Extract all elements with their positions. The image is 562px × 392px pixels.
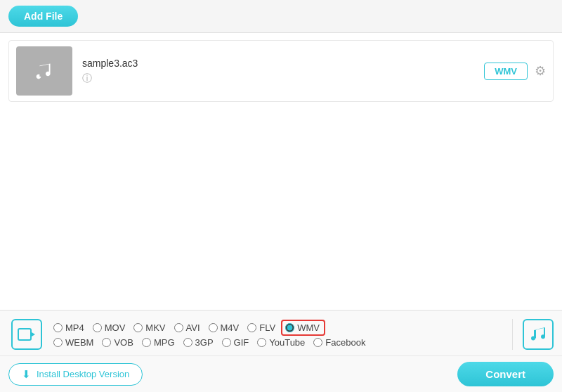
file-actions: WMV ⚙ bbox=[484, 63, 546, 80]
add-file-button[interactable]: Add File bbox=[8, 6, 78, 27]
install-desktop-button[interactable]: ⬇ Install Desktop Version bbox=[8, 363, 143, 386]
format-option-mp4[interactable]: MP4 bbox=[51, 321, 90, 334]
format-option-m4v[interactable]: M4V bbox=[206, 321, 245, 334]
format-label-flv[interactable]: FLV bbox=[259, 322, 275, 333]
install-label: Install Desktop Version bbox=[37, 369, 129, 379]
format-option-mov[interactable]: MOV bbox=[90, 321, 131, 334]
toolbar: Add File bbox=[0, 0, 562, 33]
video-format-icon-area[interactable] bbox=[8, 316, 45, 353]
format-option-youtube[interactable]: YouTube bbox=[254, 336, 311, 349]
file-name: sample3.ac3 bbox=[82, 58, 484, 69]
format-label-avi[interactable]: AVI bbox=[186, 322, 200, 333]
settings-icon[interactable]: ⚙ bbox=[535, 63, 546, 79]
video-icon bbox=[11, 319, 42, 350]
convert-button[interactable]: Convert bbox=[457, 362, 554, 386]
format-option-facebook[interactable]: Facebook bbox=[311, 336, 371, 349]
info-icon[interactable]: ⓘ bbox=[82, 72, 92, 84]
format-label-vob[interactable]: VOB bbox=[114, 337, 133, 348]
format-option-webm[interactable]: WEBM bbox=[51, 336, 99, 349]
format-option-wmv[interactable]: WMV bbox=[281, 320, 325, 336]
format-label-3gp[interactable]: 3GP bbox=[195, 337, 214, 348]
format-label-mov[interactable]: MOV bbox=[105, 322, 126, 333]
svg-marker-1 bbox=[32, 332, 35, 337]
format-selector: MP4 MOV MKV AVI M4V bbox=[0, 311, 562, 355]
format-label-youtube[interactable]: YouTube bbox=[269, 337, 305, 348]
format-option-vob[interactable]: VOB bbox=[99, 336, 138, 349]
download-icon: ⬇ bbox=[22, 368, 31, 381]
format-row-1: MP4 MOV MKV AVI M4V bbox=[51, 320, 508, 336]
format-row-2: WEBM VOB MPG 3GP GIF bbox=[51, 336, 508, 349]
file-list: sample3.ac3 ⓘ WMV ⚙ bbox=[0, 33, 562, 272]
format-option-3gp[interactable]: 3GP bbox=[181, 336, 219, 349]
format-label-webm[interactable]: WEBM bbox=[65, 337, 93, 348]
music-icon bbox=[31, 58, 58, 84]
format-option-gif[interactable]: GIF bbox=[219, 336, 255, 349]
vertical-divider bbox=[512, 319, 513, 350]
format-option-flv[interactable]: FLV bbox=[244, 321, 281, 334]
format-label-mpg[interactable]: MPG bbox=[154, 337, 175, 348]
format-label-gif[interactable]: GIF bbox=[234, 337, 249, 348]
formats-container: MP4 MOV MKV AVI M4V bbox=[51, 320, 508, 349]
format-option-avi[interactable]: AVI bbox=[171, 321, 206, 334]
format-badge[interactable]: WMV bbox=[484, 63, 528, 80]
file-item: sample3.ac3 ⓘ WMV ⚙ bbox=[8, 40, 554, 102]
audio-icon[interactable] bbox=[523, 319, 554, 350]
format-label-wmv[interactable]: WMV bbox=[297, 322, 320, 333]
format-label-m4v[interactable]: M4V bbox=[221, 322, 240, 333]
file-thumbnail bbox=[16, 46, 72, 96]
format-label-facebook[interactable]: Facebook bbox=[325, 337, 365, 348]
svg-rect-0 bbox=[18, 329, 31, 340]
format-option-mpg[interactable]: MPG bbox=[139, 336, 181, 349]
bottom-panel: MP4 MOV MKV AVI M4V bbox=[0, 310, 562, 392]
file-info: sample3.ac3 ⓘ bbox=[82, 58, 484, 85]
format-label-mp4[interactable]: MP4 bbox=[65, 322, 84, 333]
format-label-mkv[interactable]: MKV bbox=[145, 322, 165, 333]
action-bar: ⬇ Install Desktop Version Convert bbox=[0, 355, 562, 392]
format-option-mkv[interactable]: MKV bbox=[131, 321, 171, 334]
